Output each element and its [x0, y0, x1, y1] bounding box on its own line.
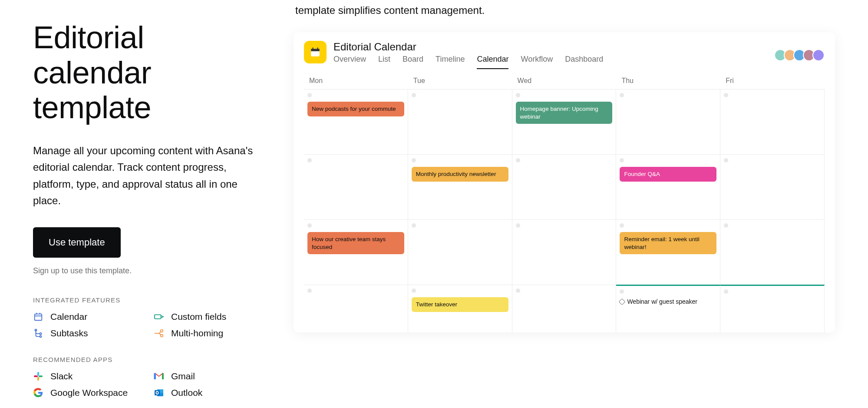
apps-grid: SlackGmailGoogle WorkspaceOutlook — [33, 371, 267, 398]
date-placeholder — [620, 289, 624, 294]
diamond-icon — [619, 298, 626, 305]
calendar-cell[interactable] — [720, 285, 825, 332]
features-heading: INTEGRATED FEATURES — [33, 296, 267, 304]
date-placeholder — [412, 93, 416, 97]
gmail-icon — [154, 371, 164, 381]
calendar-event[interactable]: Homepage banner: Upcoming webinar — [516, 102, 613, 124]
calendar-event[interactable]: How our creative team stays focused — [307, 232, 404, 254]
svg-point-6 — [40, 333, 41, 335]
svg-rect-15 — [162, 373, 164, 379]
calendar-cell[interactable]: New podcasts for your commute — [304, 89, 408, 154]
calendar-event[interactable]: Founder Q&A — [620, 167, 716, 182]
app-item[interactable]: Outlook — [154, 388, 267, 398]
feature-label: Calendar — [50, 312, 87, 322]
svg-point-8 — [161, 330, 163, 332]
calendar-cell[interactable]: How our creative team stays focused — [304, 219, 408, 285]
google-icon — [33, 388, 43, 398]
calendar-cell[interactable] — [616, 89, 720, 154]
tabs: OverviewListBoardTimelineCalendarWorkflo… — [333, 55, 770, 69]
calendar-cell[interactable]: Reminder email: 1 week until webinar! — [616, 219, 720, 285]
date-placeholder — [516, 289, 520, 293]
date-placeholder — [724, 158, 728, 163]
date-placeholder — [412, 223, 416, 228]
calendar-cell[interactable]: Twitter takeover — [408, 285, 512, 332]
tab-timeline[interactable]: Timeline — [436, 55, 465, 69]
date-placeholder — [516, 93, 520, 97]
day-header: Wed — [512, 73, 617, 89]
calendar-cell[interactable] — [720, 154, 825, 219]
signup-note: Sign up to use this template. — [33, 266, 267, 275]
tab-list[interactable]: List — [378, 55, 390, 69]
date-placeholder — [724, 223, 728, 228]
feature-item[interactable]: Subtasks — [33, 328, 147, 338]
calendar-cell[interactable] — [408, 219, 512, 285]
date-placeholder — [620, 93, 624, 97]
custom-fields-icon — [154, 312, 164, 322]
calendar-cell[interactable] — [304, 154, 408, 219]
svg-rect-23 — [317, 47, 318, 50]
feature-item[interactable]: Multi-homing — [154, 328, 267, 338]
app-label: Gmail — [171, 371, 195, 381]
calendar-cell[interactable] — [304, 285, 408, 332]
calendar-icon — [33, 312, 43, 322]
page-title: Editorial calendar template — [33, 20, 267, 125]
outlook-icon — [154, 388, 164, 398]
tab-board[interactable]: Board — [403, 55, 423, 69]
date-placeholder — [307, 289, 312, 293]
date-placeholder — [724, 289, 728, 294]
calendar-cell[interactable] — [720, 89, 825, 154]
svg-point-7 — [40, 336, 41, 338]
milestone-event[interactable]: Webinar w/ guest speaker — [620, 298, 716, 305]
app-label: Outlook — [171, 388, 202, 398]
calendar-cell[interactable]: Webinar w/ guest speaker — [616, 285, 720, 332]
calendar-cell[interactable]: Homepage banner: Upcoming webinar — [512, 89, 617, 154]
calendar-event[interactable]: Reminder email: 1 week until webinar! — [620, 232, 716, 254]
date-placeholder — [724, 93, 728, 97]
multi-homing-icon — [154, 328, 164, 338]
slack-icon — [33, 371, 43, 381]
calendar-event[interactable]: Monthly productivity newsletter — [412, 167, 508, 182]
day-header: Thu — [616, 73, 720, 89]
svg-rect-11 — [39, 375, 43, 377]
svg-rect-18 — [155, 390, 160, 395]
feature-item[interactable]: Calendar — [33, 312, 147, 322]
project-icon — [304, 41, 327, 63]
calendar-cell[interactable] — [512, 154, 617, 219]
day-header: Tue — [408, 73, 512, 89]
preview-card: Editorial Calendar OverviewListBoardTime… — [294, 32, 835, 332]
feature-label: Subtasks — [50, 328, 88, 338]
feature-item[interactable]: Custom fields — [154, 312, 267, 322]
svg-rect-13 — [34, 375, 38, 377]
tab-calendar[interactable]: Calendar — [477, 55, 508, 69]
milestone-label: Webinar w/ guest speaker — [627, 298, 697, 305]
subtasks-icon — [33, 328, 43, 338]
app-item[interactable]: Gmail — [154, 371, 267, 381]
date-placeholder — [307, 93, 312, 97]
date-placeholder — [412, 158, 416, 163]
calendar-cell[interactable]: Monthly productivity newsletter — [408, 154, 512, 219]
app-item[interactable]: Google Workspace — [33, 388, 147, 398]
tab-overview[interactable]: Overview — [333, 55, 366, 69]
calendar-cell[interactable] — [512, 285, 617, 332]
features-grid: CalendarCustom fieldsSubtasksMulti-homin… — [33, 312, 267, 338]
svg-rect-12 — [37, 377, 39, 381]
use-template-button[interactable]: Use template — [33, 227, 121, 258]
app-label: Slack — [50, 371, 73, 381]
day-header: Fri — [720, 73, 825, 89]
tab-workflow[interactable]: Workflow — [521, 55, 553, 69]
app-item[interactable]: Slack — [33, 371, 147, 381]
feature-label: Multi-homing — [171, 328, 223, 338]
tab-dashboard[interactable]: Dashboard — [565, 55, 603, 69]
avatar[interactable] — [812, 49, 825, 61]
calendar-cell[interactable] — [512, 219, 617, 285]
date-placeholder — [307, 223, 312, 228]
calendar-cell[interactable] — [408, 89, 512, 154]
feature-label: Custom fields — [171, 312, 226, 322]
apps-heading: RECOMMENDED APPS — [33, 356, 267, 363]
svg-rect-0 — [35, 314, 42, 321]
calendar-event[interactable]: New podcasts for your commute — [307, 102, 404, 116]
calendar-cell[interactable] — [720, 219, 825, 285]
calendar-event[interactable]: Twitter takeover — [412, 297, 508, 312]
day-header: Mon — [304, 73, 408, 89]
calendar-cell[interactable]: Founder Q&A — [616, 154, 720, 219]
